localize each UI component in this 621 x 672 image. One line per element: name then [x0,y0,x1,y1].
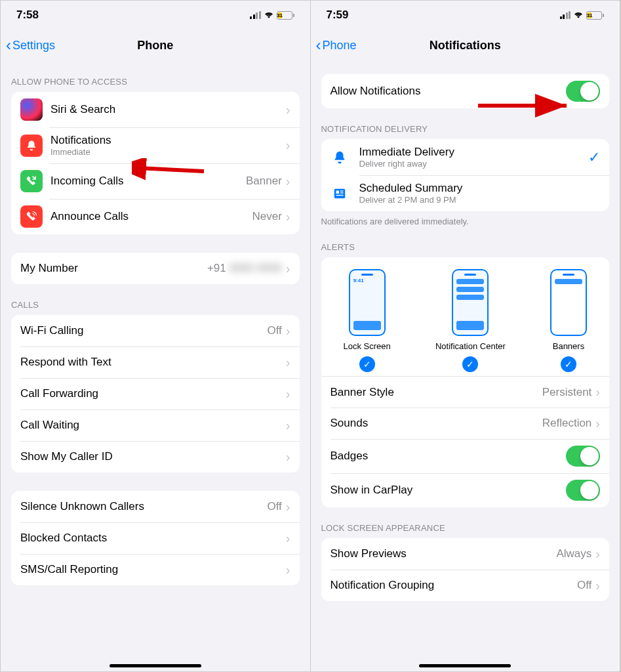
screen-notifications: 7:59 31 ‹ Phone Notifications Allow Noti… [311,1,621,671]
row-detail: Off [267,324,281,337]
group-allow: Allow Notifications [321,74,610,108]
row-banner-style[interactable]: Banner Style Persistent › [321,376,610,408]
alert-option-notification-center[interactable]: Notification Center ✓ [435,269,506,372]
back-label: Phone [323,39,357,52]
row-badges: Badges [321,439,610,473]
row-label: Notification Grouping [331,579,577,592]
group-lock-appearance: Show Previews Always › Notification Grou… [321,538,610,601]
phone-preview-icon [550,269,587,336]
row-detail: Banner [246,175,282,188]
chevron-right-icon: › [286,209,290,224]
svg-rect-1 [334,188,345,198]
siri-icon [20,98,43,121]
announce-calls-icon [20,205,43,228]
wifi-icon [573,11,584,19]
row-label: Announce Calls [50,210,252,223]
group-my-number: My Number +91 0000 0000 › [11,253,300,284]
chevron-right-icon: › [286,355,290,370]
status-time: 7:58 [16,9,39,22]
status-icons: 31 [250,11,294,20]
row-respond-text[interactable]: Respond with Text › [11,346,300,378]
row-blocked-contacts[interactable]: Blocked Contacts › [11,522,300,554]
row-notification-grouping[interactable]: Notification Grouping Off › [321,570,610,601]
row-notifications[interactable]: Notifications Immediate › [11,127,300,163]
chevron-right-icon: › [286,418,290,433]
row-announce-calls[interactable]: Announce Calls Never › [11,199,300,234]
back-button[interactable]: ‹ Phone [316,36,357,54]
alert-option-banners[interactable]: Banners ✓ [550,269,587,372]
chevron-right-icon: › [286,138,290,153]
row-siri-search[interactable]: Siri & Search › [11,92,300,127]
checkmark-icon: ✓ [359,356,375,372]
group-calls: Wi-Fi Calling Off › Respond with Text › … [11,315,300,472]
alert-option-lock-screen[interactable]: 9:41 Lock Screen ✓ [344,269,391,372]
chevron-left-icon: ‹ [316,36,321,54]
row-label: My Number [20,262,207,275]
chevron-right-icon: › [286,531,290,546]
section-header-calls: Calls [1,284,310,315]
signal-icon [560,11,571,19]
chevron-right-icon: › [595,578,600,593]
alert-label: Banners [553,341,584,351]
alerts-previews: 9:41 Lock Screen ✓ Notification Center ✓ [321,257,610,376]
row-sublabel: Deliver at 2 PM and 9 PM [359,195,601,205]
status-icons: 31 [560,11,605,20]
chevron-right-icon: › [286,450,290,465]
svg-rect-2 [336,190,339,194]
status-bar: 7:58 31 [1,1,310,30]
row-detail: +91 0000 0000 [207,262,282,275]
row-label: Wi-Fi Calling [20,324,267,337]
toggle-carplay[interactable] [566,480,600,501]
row-sounds[interactable]: Sounds Reflection › [321,408,610,439]
row-label: Siri & Search [50,103,286,116]
row-label: Call Waiting [20,419,286,432]
row-detail: Reflection [542,417,592,430]
chevron-right-icon: › [286,387,290,402]
screen-phone-settings: 7:58 31 ‹ Settings Phone Allow Phone to … [1,1,311,671]
back-button[interactable]: ‹ Settings [6,36,55,54]
group-alerts: 9:41 Lock Screen ✓ Notification Center ✓ [321,257,610,507]
row-detail: Off [267,500,281,513]
row-show-previews[interactable]: Show Previews Always › [321,538,610,570]
phone-preview-icon [452,269,489,336]
checkmark-icon: ✓ [561,356,576,372]
home-indicator [110,664,201,667]
row-detail: Always [556,547,591,560]
row-label: Show Previews [331,547,557,560]
row-call-waiting[interactable]: Call Waiting › [11,410,300,441]
battery-icon: 31 [586,11,604,20]
back-label: Settings [12,39,55,52]
chevron-right-icon: › [286,324,290,339]
toggle-allow-notifications[interactable] [566,81,600,102]
alert-label: Notification Center [435,341,506,351]
alert-label: Lock Screen [344,341,391,351]
notifications-icon [20,135,43,157]
svg-rect-3 [340,190,343,191]
row-immediate-delivery[interactable]: Immediate Delivery Deliver right away ✓ [321,139,610,175]
section-footer-delivery: Notifications are delivered immediately. [311,211,620,226]
row-label: Immediate Delivery [359,146,589,159]
row-sublabel: Immediate [50,147,286,157]
row-scheduled-summary[interactable]: Scheduled Summary Deliver at 2 PM and 9 … [321,175,610,211]
row-silence-unknown[interactable]: Silence Unknown Callers Off › [11,491,300,522]
row-sms-reporting[interactable]: SMS/Call Reporting › [11,554,300,585]
page-title: Notifications [311,39,620,52]
nav-bar: ‹ Phone Notifications [311,30,620,61]
row-label: SMS/Call Reporting [20,563,286,576]
chevron-right-icon: › [595,385,600,400]
row-my-number[interactable]: My Number +91 0000 0000 › [11,253,300,284]
row-incoming-calls[interactable]: Incoming Calls Banner › [11,163,300,199]
newspaper-icon [331,186,349,201]
chevron-right-icon: › [286,174,290,189]
svg-rect-5 [336,194,343,195]
row-label: Silence Unknown Callers [20,500,267,513]
row-call-forwarding[interactable]: Call Forwarding › [11,378,300,410]
group-delivery: Immediate Delivery Deliver right away ✓ … [321,139,610,211]
row-caller-id[interactable]: Show My Caller ID › [11,441,300,472]
row-label: Call Forwarding [20,387,286,400]
status-bar: 7:59 31 [311,1,620,30]
row-wifi-calling[interactable]: Wi-Fi Calling Off › [11,315,300,346]
row-allow-notifications: Allow Notifications [321,74,610,108]
toggle-badges[interactable] [566,446,600,467]
group-calls-2: Silence Unknown Callers Off › Blocked Co… [11,491,300,585]
